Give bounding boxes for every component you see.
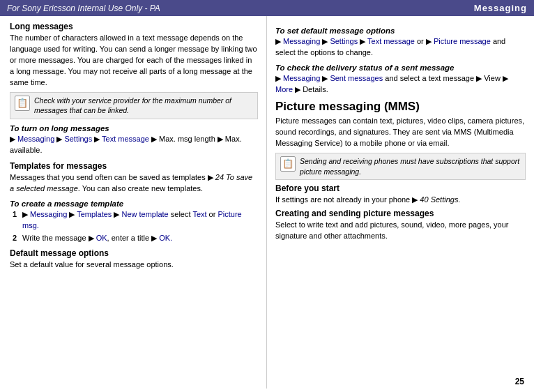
templates-heading: Templates for messages <box>10 161 258 171</box>
note-long-messages: 📋 Check with your service provider for t… <box>10 92 258 119</box>
turn-on-long-heading: To turn on long messages <box>10 124 258 133</box>
default-options-heading: Default message options <box>10 248 258 258</box>
section-long-messages: Long messages The number of characters a… <box>10 22 258 89</box>
section-picture-messaging: Picture messaging (MMS) Picture messages… <box>275 100 526 149</box>
step-1: 1 ▶ Messaging ▶ Templates ▶ New template… <box>13 209 258 232</box>
turn-on-long-menu: ▶ Messaging ▶ Settings ▶ Text message ▶ … <box>10 134 258 156</box>
step-1-content: ▶ Messaging ▶ Templates ▶ New template s… <box>22 209 258 232</box>
section-default-options: Default message options Set a default va… <box>10 248 258 271</box>
create-template-steps: 1 ▶ Messaging ▶ Templates ▶ New template… <box>13 209 258 244</box>
before-start-heading: Before you start <box>275 183 526 193</box>
before-start-body: If settings are not already in your phon… <box>275 195 526 206</box>
default-options-body: Set a default value for several message … <box>10 259 258 271</box>
header-right: Messaging <box>474 3 527 13</box>
note-icon: 📋 <box>15 96 30 111</box>
section-creating-sending: Creating and sending picture messages Se… <box>275 209 526 242</box>
note-picture-icon: 📋 <box>280 156 296 172</box>
picture-messaging-heading: Picture messaging (MMS) <box>275 100 526 114</box>
templates-body: Messages that you send often can be save… <box>10 172 258 195</box>
step-2-content: Write the message ▶ OK, enter a title ▶ … <box>22 233 172 244</box>
picture-messaging-body: Picture messages can contain text, pictu… <box>275 116 526 149</box>
note-picture-messaging: 📋 Sending and receiving phones must have… <box>275 153 526 180</box>
section-set-default: To set default message options ▶ Messagi… <box>275 27 526 59</box>
section-before-start: Before you start If settings are not alr… <box>275 183 526 206</box>
header: For Sony Ericsson Internal Use Only - PA… <box>0 0 534 16</box>
section-check-delivery: To check the delivery status of a sent m… <box>275 63 526 96</box>
left-column: Long messages The number of characters a… <box>0 16 267 389</box>
note-long-text: Check with your service provider for the… <box>34 96 253 116</box>
long-messages-body: The number of characters allowed in a te… <box>10 33 258 89</box>
set-default-heading: To set default message options <box>275 27 526 35</box>
page-number: 25 <box>515 377 524 386</box>
create-template-heading: To create a message template <box>10 199 258 208</box>
long-messages-heading: Long messages <box>10 22 258 31</box>
step-2-num: 2 <box>13 233 22 244</box>
creating-sending-heading: Creating and sending picture messages <box>275 209 526 218</box>
creating-sending-body: Select to write text and add pictures, s… <box>275 220 526 242</box>
section-templates: Templates for messages Messages that you… <box>10 161 258 195</box>
section-turn-on-long: To turn on long messages ▶ Messaging ▶ S… <box>10 124 258 156</box>
header-left: For Sony Ericsson Internal Use Only - PA <box>7 3 160 13</box>
set-default-menu: ▶ Messaging ▶ Settings ▶ Text message or… <box>275 36 526 59</box>
step-2: 2 Write the message ▶ OK, enter a title … <box>13 233 258 244</box>
check-delivery-heading: To check the delivery status of a sent m… <box>275 63 526 72</box>
check-delivery-menu: ▶ Messaging ▶ Sent messages and select a… <box>275 73 526 96</box>
note-picture-text: Sending and receiving phones must have s… <box>300 156 521 176</box>
right-column: To set default message options ▶ Messagi… <box>267 16 534 389</box>
step-1-num: 1 <box>13 209 22 232</box>
section-create-template: To create a message template 1 ▶ Messagi… <box>10 199 258 244</box>
